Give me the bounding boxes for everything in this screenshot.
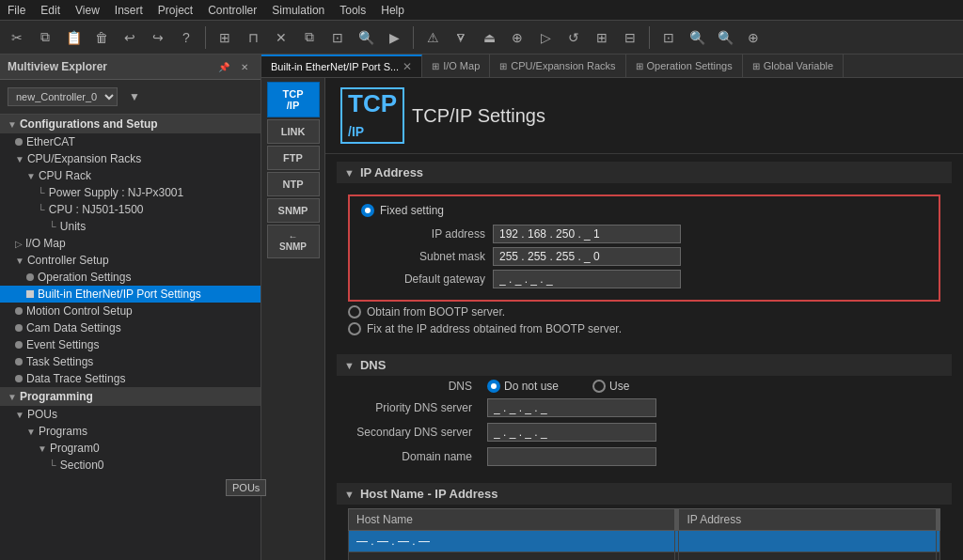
- toolbar-btn-7[interactable]: ▶: [381, 24, 407, 51]
- toolbar-btn-11[interactable]: ⊕: [504, 24, 530, 51]
- tab-builtin-ethernet[interactable]: Built-in EtherNet/IP Port S... ✕: [261, 54, 422, 77]
- priority-dns-input[interactable]: [487, 398, 656, 417]
- priority-dns-label: Priority DNS server: [348, 401, 480, 414]
- sidebar-item-controller-setup[interactable]: ▼ Controller Setup: [0, 252, 260, 269]
- menu-insert[interactable]: Insert: [107, 2, 150, 19]
- toolbar-btn-19[interactable]: ⊕: [740, 24, 766, 51]
- sidebar-item-units[interactable]: └ Units: [0, 218, 260, 235]
- nav-ntp-button[interactable]: NTP: [267, 172, 320, 196]
- menu-simulation[interactable]: Simulation: [264, 2, 332, 19]
- sidebar-item-cam-data[interactable]: Cam Data Settings: [0, 319, 260, 336]
- dns-do-not-use-radio[interactable]: [487, 380, 500, 393]
- expand-arrow: ▼: [15, 256, 24, 266]
- sidebar-item-event-settings[interactable]: Event Settings: [0, 336, 260, 353]
- controller-expand-button[interactable]: ▼: [121, 84, 148, 110]
- toolbar-btn-9[interactable]: ⛛: [448, 24, 474, 51]
- menu-file[interactable]: File: [0, 2, 33, 19]
- hostname-cell: [349, 552, 675, 561]
- sidebar-item-cpu[interactable]: └ CPU : NJ501-1500: [0, 201, 260, 218]
- ip-address-section: ▼ IP Address Fixed setting: [337, 162, 952, 347]
- sidebar-item-cpu-expansion-racks[interactable]: ▼ CPU/Expansion Racks: [0, 150, 260, 167]
- tab-io-map[interactable]: ⊞ I/O Map: [422, 54, 490, 77]
- help-button[interactable]: ?: [173, 24, 199, 51]
- sidebar-item-pous[interactable]: ▼ POUs: [0, 406, 260, 423]
- nav-snmp-button[interactable]: SNMP: [267, 198, 320, 223]
- bootp2-radio[interactable]: [348, 322, 361, 335]
- toolbar-btn-13[interactable]: ↺: [560, 24, 587, 51]
- sidebar-item-power-supply[interactable]: └ Power Supply : NJ-Px3001: [0, 184, 260, 201]
- bootp1-radio[interactable]: [348, 305, 361, 319]
- hostname-section-header[interactable]: ▼ Host Name - IP Address: [337, 483, 952, 505]
- menu-help[interactable]: Help: [373, 2, 412, 19]
- tab-close-icon[interactable]: ✕: [403, 60, 412, 73]
- cut-button[interactable]: ✂: [4, 24, 30, 51]
- ip-address-section-header[interactable]: ▼ IP Address: [337, 162, 952, 183]
- ip-address-input[interactable]: [493, 225, 681, 243]
- gateway-input[interactable]: [493, 270, 681, 288]
- sidebar-item-programs[interactable]: ▼ Programs: [0, 423, 260, 440]
- sidebar-pin-button[interactable]: 📌: [215, 58, 232, 75]
- toolbar-btn-15[interactable]: ⊟: [617, 24, 643, 51]
- toolbar-btn-6[interactable]: 🔍: [353, 24, 379, 51]
- delete-button[interactable]: 🗑: [88, 24, 115, 51]
- toolbar-btn-8[interactable]: ⚠: [419, 24, 446, 51]
- toolbar-btn-3[interactable]: ✕: [268, 24, 294, 51]
- toolbar-btn-10[interactable]: ⏏: [476, 24, 502, 51]
- table-row[interactable]: — . — . — . —: [349, 531, 940, 552]
- sidebar-item-programming[interactable]: ▼ Programming: [0, 387, 260, 406]
- table-row[interactable]: [349, 552, 940, 561]
- sidebar-item-cpu-rack[interactable]: ▼ CPU Rack: [0, 167, 260, 184]
- toolbar-btn-1[interactable]: ⊞: [212, 24, 238, 51]
- section-arrow-icon: ▼: [344, 167, 355, 179]
- dns-section-header[interactable]: ▼ DNS: [337, 354, 952, 376]
- dns-use-radio[interactable]: [592, 380, 606, 393]
- sidebar-item-motion-control[interactable]: Motion Control Setup: [0, 303, 260, 319]
- sidebar: Multiview Explorer 📌 ✕ new_Controller_0 …: [0, 54, 261, 560]
- sidebar-item-label: Program0: [50, 442, 100, 455]
- subnet-input[interactable]: [493, 247, 681, 266]
- fixed-setting-radio[interactable]: [361, 204, 374, 217]
- sidebar-item-label: Section0: [60, 459, 104, 472]
- paste-button[interactable]: 📋: [60, 24, 87, 51]
- menu-controller[interactable]: Controller: [200, 2, 264, 19]
- sidebar-item-builtin-ethernet[interactable]: Built-in EtherNet/IP Port Settings: [0, 286, 260, 303]
- sidebar-item-task-settings[interactable]: Task Settings: [0, 353, 260, 370]
- menu-edit[interactable]: Edit: [33, 2, 68, 19]
- tab-global-variable[interactable]: ⊞ Global Variable: [743, 54, 844, 77]
- tab-cpu-expansion[interactable]: ⊞ CPU/Expansion Racks: [490, 54, 625, 77]
- sidebar-item-data-trace[interactable]: Data Trace Settings: [0, 370, 260, 387]
- secondary-dns-input[interactable]: [487, 423, 656, 442]
- controller-select[interactable]: new_Controller_0: [8, 87, 118, 106]
- toolbar-btn-18[interactable]: 🔍: [712, 24, 738, 51]
- nav-snmp2-button[interactable]: ←SNMP: [267, 225, 320, 258]
- toolbar-btn-17[interactable]: 🔍: [684, 24, 710, 51]
- menu-view[interactable]: View: [68, 2, 107, 19]
- nav-tcpip-button[interactable]: TCP/IP: [267, 82, 320, 117]
- toolbar-btn-16[interactable]: ⊡: [655, 24, 682, 51]
- sidebar-item-section0[interactable]: └ Section0: [0, 457, 260, 474]
- sidebar-close-button[interactable]: ✕: [236, 58, 253, 75]
- nav-link-button[interactable]: LINK: [267, 119, 320, 144]
- dot-icon: [15, 307, 23, 315]
- toolbar-btn-5[interactable]: ⊡: [324, 24, 351, 51]
- tab-label: Global Variable: [764, 60, 833, 71]
- sidebar-item-program0[interactable]: ▼ Program0: [0, 440, 260, 457]
- toolbar-btn-12[interactable]: ▷: [532, 24, 559, 51]
- sidebar-item-ethercat[interactable]: EtherCAT: [0, 133, 260, 150]
- undo-button[interactable]: ↩: [117, 24, 143, 51]
- redo-button[interactable]: ↪: [145, 24, 171, 51]
- menu-tools[interactable]: Tools: [332, 2, 373, 19]
- sidebar-item-configurations[interactable]: ▼ Configurations and Setup: [0, 115, 260, 133]
- bootp-row-1: Obtain from BOOTP server.: [348, 305, 940, 319]
- sidebar-item-label: Motion Control Setup: [26, 304, 133, 318]
- nav-ftp-button[interactable]: FTP: [267, 146, 320, 170]
- sidebar-item-operation-settings[interactable]: Operation Settings: [0, 269, 260, 286]
- sidebar-item-io-map[interactable]: ▷ I/O Map: [0, 235, 260, 252]
- toolbar-btn-4[interactable]: ⧉: [296, 24, 323, 51]
- tab-operation-settings[interactable]: ⊞ Operation Settings: [626, 54, 743, 77]
- toolbar-btn-2[interactable]: ⊓: [240, 24, 266, 51]
- menu-project[interactable]: Project: [150, 2, 200, 19]
- copy-button[interactable]: ⧉: [32, 24, 58, 51]
- domain-name-input[interactable]: [487, 447, 656, 466]
- toolbar-btn-14[interactable]: ⊞: [589, 24, 615, 51]
